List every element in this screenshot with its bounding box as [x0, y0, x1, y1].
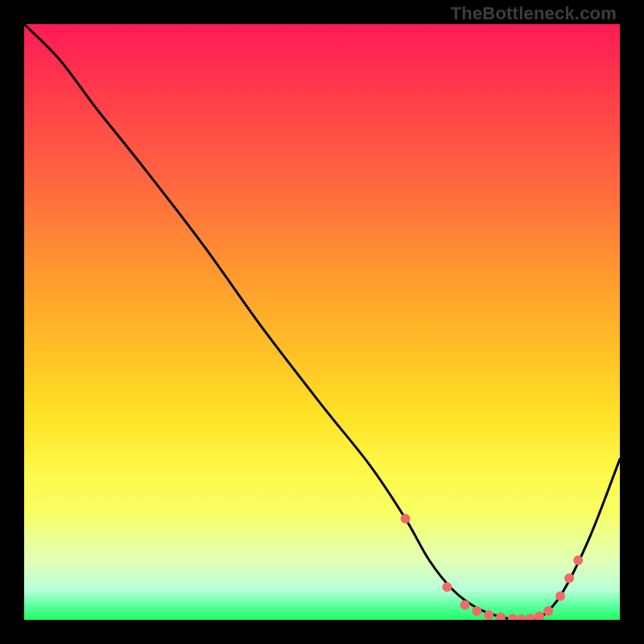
chart-frame [0, 0, 644, 644]
watermark-label: TheBottleneck.com [451, 3, 617, 24]
